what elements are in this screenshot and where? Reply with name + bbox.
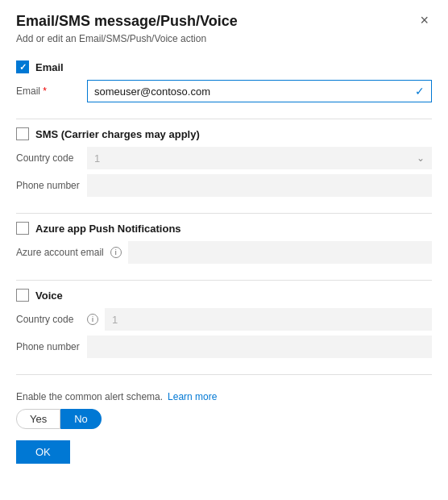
- divider-3: [16, 280, 432, 281]
- voice-section: Voice Country code i 1 Phone number: [16, 289, 432, 363]
- toggle-row: Yes No: [16, 409, 432, 429]
- divider-2: [16, 213, 432, 214]
- email-input-wrapper: ✓: [87, 80, 432, 102]
- push-section: Azure app Push Notifications Azure accou…: [16, 222, 432, 269]
- email-check-icon: ✓: [415, 85, 425, 98]
- push-email-input: [128, 241, 432, 264]
- voice-country-label: Country code: [16, 314, 81, 325]
- email-field-label: Email: [16, 85, 81, 97]
- dialog-title: Email/SMS message/Push/Voice: [16, 13, 238, 30]
- sms-phone-input: [87, 174, 432, 197]
- toggle-no-button[interactable]: No: [60, 409, 102, 429]
- ok-button-row: OK: [16, 440, 432, 464]
- push-checkbox[interactable]: [16, 222, 29, 235]
- email-label: Email: [35, 61, 64, 73]
- sms-phone-label: Phone number: [16, 180, 81, 191]
- email-section: Email Email ✓: [16, 60, 432, 107]
- voice-info-icon[interactable]: i: [87, 314, 98, 325]
- voice-phone-label: Phone number: [16, 341, 81, 352]
- push-section-header: Azure app Push Notifications: [16, 222, 432, 235]
- voice-section-header: Voice: [16, 289, 432, 302]
- email-field-row: Email ✓: [16, 80, 432, 102]
- sms-country-row: Country code 1 ⌄: [16, 147, 432, 169]
- sms-country-dropdown: 1 ⌄: [87, 147, 432, 169]
- email-input[interactable]: [94, 85, 412, 98]
- voice-country-row: Country code i 1: [16, 308, 432, 331]
- voice-phone-row: Phone number: [16, 335, 432, 358]
- divider-1: [16, 119, 432, 119]
- ok-button[interactable]: OK: [16, 440, 70, 464]
- voice-checkbox[interactable]: [16, 289, 29, 302]
- push-label: Azure app Push Notifications: [35, 223, 181, 235]
- email-section-header: Email: [16, 60, 432, 73]
- divider-4: [16, 374, 432, 375]
- sms-dropdown-arrow-icon: ⌄: [417, 152, 425, 164]
- sms-label: SMS (Carrier charges may apply): [35, 128, 200, 140]
- toggle-yes-button[interactable]: Yes: [16, 409, 60, 429]
- push-email-label: Azure account email: [16, 247, 104, 258]
- learn-more-link[interactable]: Learn more: [168, 391, 217, 402]
- voice-country-value: 1: [105, 308, 432, 331]
- sms-country-label: Country code: [16, 152, 81, 164]
- alert-schema-text: Enable the common alert schema.: [16, 391, 163, 402]
- voice-country-number: 1: [112, 314, 118, 326]
- dialog-body: Email Email ✓ SMS (Carrier charges may a…: [0, 54, 448, 500]
- dialog: Email/SMS message/Push/Voice × Add or ed…: [0, 0, 448, 500]
- voice-phone-input: [87, 335, 432, 358]
- voice-label: Voice: [35, 290, 63, 302]
- dialog-header: Email/SMS message/Push/Voice ×: [0, 0, 448, 33]
- sms-phone-row: Phone number: [16, 174, 432, 197]
- sms-country-value: 1: [94, 152, 100, 165]
- sms-checkbox[interactable]: [16, 127, 29, 140]
- push-info-icon[interactable]: i: [110, 247, 122, 258]
- push-email-row: Azure account email i: [16, 241, 432, 264]
- email-checkbox[interactable]: [16, 60, 29, 73]
- dialog-subtitle: Add or edit an Email/SMS/Push/Voice acti…: [0, 33, 448, 54]
- sms-section: SMS (Carrier charges may apply) Country …: [16, 127, 432, 202]
- alert-schema-row: Enable the common alert schema. Learn mo…: [16, 391, 432, 402]
- sms-section-header: SMS (Carrier charges may apply): [16, 127, 432, 140]
- close-button[interactable]: ×: [417, 13, 432, 27]
